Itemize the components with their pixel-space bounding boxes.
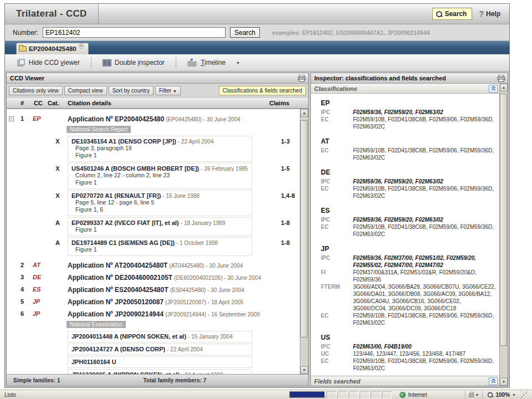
classifications-fields-searched-button[interactable]: Classifications & fields searched (219, 86, 306, 95)
application-number[interactable]: Application Nº DE200460002105T (68, 274, 172, 282)
header-search-button[interactable]: Search (432, 8, 472, 20)
timeline-dropdown-caret[interactable]: ▼ (232, 59, 244, 67)
application-number[interactable]: Application Nº JP20090214944 (68, 310, 163, 318)
header-num: # (16, 100, 29, 106)
citation-document[interactable]: EP0299337 A2 (IVECO FIAT [IT], et al) (71, 219, 179, 226)
group-entries: EC F02M59/10B, F02D41/38C6B, F02M59/06, … (321, 147, 496, 161)
citations-only-view-button[interactable]: Citations only view (9, 86, 63, 95)
family-application-line[interactable]: Application Nº JP20090214944 (JP20092149… (48, 310, 300, 318)
inspector-scrollbar[interactable]: ▲ ▼ (499, 84, 508, 386)
citation-box[interactable]: JPH01160164 U (68, 356, 252, 368)
application-number[interactable]: Application Nº ES20040425480T (68, 286, 168, 294)
classification-scheme-label: IPC (321, 109, 353, 116)
application-date: (EP04425480) - 30 June 2004 (166, 116, 241, 122)
citation-box[interactable]: DE10345154 A1 (DENSO CORP [JP]) - 22 Apr… (68, 136, 252, 162)
citation-document[interactable]: JPH01160164 U (71, 359, 116, 365)
family-row-country: JP (29, 310, 48, 374)
family-application-line[interactable]: Application Nº DE200460002105T (DE602004… (48, 274, 300, 282)
family-row: − 1 EP Application Nº EP20040425480 (EP0… (7, 111, 300, 258)
classification-scheme-label: EC (321, 185, 353, 200)
print-icon[interactable] (298, 75, 306, 82)
family-row-country: EP (29, 115, 48, 257)
zoom-level: 100% (495, 392, 510, 398)
citation-box[interactable]: JP2004124727 A (DENSO CORP) - 22 April 2… (68, 344, 252, 355)
application-number[interactable]: Application Nº AT20040425480T (68, 262, 167, 269)
citation-document[interactable]: DE10345154 A1 (DENSO CORP [JP]) (71, 138, 176, 145)
header-help-button[interactable]: ? Help (479, 9, 500, 18)
family-row: 5 JP Application Nº JP20050120087 (JP200… (7, 294, 300, 306)
scroll-up-icon[interactable]: ▲ (500, 84, 508, 91)
app-header: Trilateral - CCD Search ? Help (5, 4, 509, 24)
citation-claims (257, 344, 300, 355)
status-cell (326, 391, 336, 398)
scrollbar-thumb[interactable] (500, 94, 507, 346)
citation-box[interactable]: DE19714489 C1 (SIEMENS AG [DE]) - 1 Octo… (68, 237, 252, 256)
family-application-line[interactable]: Application Nº EP20040425480 (EP04425480… (48, 115, 300, 123)
classification-scheme-label: IPC (321, 254, 353, 269)
collapse-fields-searched-button[interactable] (489, 377, 498, 385)
collapse-classifications-button[interactable] (489, 85, 498, 93)
double-inspector-button[interactable]: Double inspector (97, 57, 170, 69)
ccd-scrollbar[interactable]: ▲ ▼ (300, 109, 308, 374)
scroll-down-icon[interactable]: ▼ (500, 378, 508, 386)
citation-reference: Page 3, paragraph 19 (71, 145, 248, 152)
browser-zoom-control[interactable]: 100% ▼ (482, 391, 532, 399)
family-application-line[interactable]: Application Nº AT20040425480T (AT0442548… (48, 262, 300, 269)
ccd-viewer-panel: CCD Viewer Citations only view Compact v… (6, 73, 309, 386)
citation-date: - 15 June 1988 (162, 193, 200, 199)
application-number[interactable]: Application Nº JP20050120087 (68, 298, 163, 306)
scrollbar-thumb[interactable] (300, 120, 308, 337)
family-row-country: ES (29, 286, 48, 294)
zoom-icon (488, 392, 493, 397)
classification-codes: F02M59/36, F02M37/00, F02M51/02, F02M59/… (353, 254, 496, 269)
citation-claims: 1-8 (257, 217, 300, 236)
sort-by-country-button[interactable]: Sort by country (109, 86, 154, 95)
citation-document[interactable]: DE19714489 C1 (SIEMENS AG [DE]) (71, 239, 175, 246)
classification-group: ES IPC F02M59/36, F02M59/20, F02M63/02 E… (321, 207, 496, 238)
family-row-number: 1 (16, 115, 29, 257)
family-application-line[interactable]: Application Nº JP20050120087 (JP20051200… (48, 298, 300, 306)
citation-category (48, 369, 68, 374)
tab-close-icon[interactable]: × (79, 43, 84, 49)
family-application-line[interactable]: Application Nº ES20040425480T (ES0442548… (48, 286, 300, 294)
hide-ccd-viewer-button[interactable]: Hide CCD viewer (12, 57, 85, 69)
family-row-country: DE (29, 274, 48, 282)
timeline-button[interactable]: Timeline (182, 57, 231, 69)
resize-grip[interactable] (520, 391, 528, 398)
status-cell (337, 391, 347, 398)
collapse-row-icon[interactable]: − (9, 116, 14, 121)
citation-table-header: # CC Cat. Citation details Claims (7, 98, 308, 109)
application-number[interactable]: Application Nº EP20040425480 (68, 115, 164, 123)
document-tab[interactable]: EP20040425480 × (16, 43, 89, 54)
citation-rows: − 1 EP Application Nº EP20040425480 (EP0… (7, 109, 300, 374)
citation-row: JPH01160164 U (48, 356, 300, 368)
classification-scheme-label: EC (321, 223, 353, 238)
citation-document[interactable]: EP0270720 A1 (RENAULT [FR]) (71, 192, 161, 199)
citation-document[interactable]: US4501246 A (BOSCH GMBH ROBERT [DE]) (71, 165, 199, 172)
citation-category: X (48, 136, 68, 162)
citation-box[interactable]: EP0299337 A2 (IVECO FIAT [IT], et al) - … (68, 217, 252, 236)
citation-references: Figure 1 (71, 226, 248, 233)
classification-group: AT EC F02M59/10B, F02D41/38C6B, F02M59/0… (321, 137, 496, 161)
citation-box[interactable]: JP11230005 A (NIPPON SOKEN, et al) - 24 … (68, 369, 252, 374)
print-icon[interactable] (497, 75, 505, 82)
group-country: US (321, 334, 496, 341)
protected-mode-button[interactable]: ▼ (465, 391, 483, 399)
citation-document[interactable]: JP2004011448 A (NIPPON SOKEN, et al) (71, 333, 186, 340)
status-cell (371, 391, 381, 398)
filter-button[interactable]: Filter ▼ (155, 86, 181, 95)
family-row-number: 3 (16, 274, 29, 282)
citation-row: JP11230005 A (NIPPON SOKEN, et al) - 24 … (48, 369, 300, 374)
report-type-badge: National Search Report (66, 126, 131, 133)
citation-box[interactable]: US4501246 A (BOSCH GMBH ROBERT [DE]) - 2… (68, 163, 252, 189)
number-input[interactable] (43, 27, 226, 38)
scroll-down-icon[interactable]: ▼ (300, 366, 308, 374)
compact-view-button[interactable]: Compact view (64, 86, 107, 95)
timeline-icon (187, 59, 197, 66)
scroll-up-icon[interactable]: ▲ (300, 109, 308, 117)
citation-box[interactable]: EP0270720 A1 (RENAULT [FR]) - 15 June 19… (68, 190, 252, 216)
citation-box[interactable]: JP2004011448 A (NIPPON SOKEN, et al) - 1… (68, 331, 252, 342)
citation-document[interactable]: JP2004124727 A (DENSO CORP) (71, 346, 165, 352)
classification-entry: EC F02M59/10B, F02D41/38C6B, F02M59/06, … (321, 185, 496, 200)
number-search-button[interactable]: Search (230, 27, 260, 38)
